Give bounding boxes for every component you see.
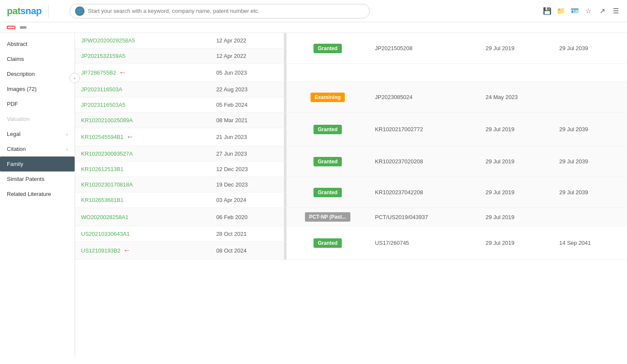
logo-green: pat <box>7 6 21 16</box>
patent-link[interactable]: US20210330643A1 <box>81 231 204 237</box>
ref-number-cell: PCT/US2019/043937 <box>369 208 479 226</box>
patent-link[interactable]: JP2023116503A <box>81 86 204 93</box>
status-cell: Examining <box>286 82 369 113</box>
chevron-right-icon: › <box>66 132 68 137</box>
globe-icon[interactable]: 🌐 <box>75 6 84 16</box>
sidebar-item-pdf[interactable]: PDF <box>0 96 75 111</box>
sidebar-label-similar-patents: Similar Patents <box>7 176 44 182</box>
status-badge: Examining <box>310 93 345 102</box>
publication-date: 27 Jun 2023 <box>210 146 284 162</box>
status-cell: Granted <box>286 226 369 260</box>
sidebar-label-claims: Claims <box>7 56 24 62</box>
ref-number-cell: KR1020217002772 <box>369 113 479 146</box>
sidebar-label-pdf: PDF <box>7 101 18 107</box>
sidebar-item-citation[interactable]: Citation › <box>0 141 75 156</box>
patent-id[interactable] <box>7 26 15 29</box>
sidebar-item-abstract[interactable]: Abstract <box>0 36 75 51</box>
patent-bar <box>0 22 627 33</box>
patent-link[interactable]: US12109193B2 ← <box>81 246 204 255</box>
search-input[interactable] <box>88 8 364 14</box>
header: patsnap 🌐 💾 📁 🪪 ☆ ↗ ☰ <box>0 0 627 22</box>
sidebar-item-family[interactable]: Family <box>0 156 75 171</box>
search-bar: 🌐 <box>69 4 370 18</box>
sidebar-item-legal[interactable]: Legal › <box>0 126 75 141</box>
patent-link[interactable]: KR102612513B1 <box>81 166 204 172</box>
publication-date: 21 Jun 2023 <box>210 128 284 146</box>
status-badge: Granted <box>314 188 342 197</box>
priority-date-cell: 29 Jul 2019 <box>479 113 553 146</box>
arrow-icon: ← <box>123 246 131 255</box>
folder-icon[interactable]: 📁 <box>557 7 565 15</box>
status-cell: Granted <box>286 146 369 177</box>
menu-icon[interactable]: ☰ <box>612 7 620 15</box>
expiry-date-cell: 29 Jul 2039 <box>553 33 627 64</box>
ref-number-cell: US17/260745 <box>369 226 479 260</box>
patent-link[interactable]: KR102653681B1 <box>81 197 204 203</box>
patent-link[interactable]: WO2020028258A1 <box>81 214 204 220</box>
patent-link[interactable]: KR102545594B1 ← <box>81 132 204 141</box>
sidebar-item-valuation[interactable]: Valuation <box>0 111 75 126</box>
publication-date: 12 Dec 2023 <box>210 162 284 177</box>
status-cell: Granted <box>286 113 369 146</box>
publication-date: 08 Mar 2021 <box>210 113 284 128</box>
priority-date-cell: 29 Jul 2019 <box>479 33 553 64</box>
ref-number-cell: KR1020237020208 <box>369 146 479 177</box>
header-divider <box>48 5 49 18</box>
patent-link[interactable]: JP2021532159A5 <box>81 53 204 59</box>
priority-date-cell: 29 Jul 2019 <box>479 226 553 260</box>
ref-number-cell: KR1020237042208 <box>369 177 479 208</box>
ref-number-cell: JP2021505208 <box>369 33 479 64</box>
expiry-date-cell: 29 Jul 2039 <box>553 177 627 208</box>
sidebar-label-description: Description <box>7 71 35 77</box>
publication-date: 08 Oct 2024 <box>210 242 284 260</box>
status-badge: Granted <box>314 157 342 166</box>
sidebar-label-valuation: Valuation <box>7 116 30 122</box>
sidebar-item-description[interactable]: Description <box>0 66 75 81</box>
sidebar-item-related-literature[interactable]: Related Literature <box>0 187 75 202</box>
expiry-date-cell: 29 Jul 2039 <box>553 146 627 177</box>
publication-date: 22 Aug 2023 <box>210 82 284 97</box>
patent-link[interactable]: KR1020210025089A <box>81 117 204 123</box>
sidebar-label-images: Images (72) <box>7 86 36 92</box>
ref-number-cell <box>369 64 479 82</box>
arrow-icon: ← <box>119 68 127 77</box>
sidebar-item-claims[interactable]: Claims <box>0 51 75 66</box>
expiry-date-cell <box>553 64 627 82</box>
status-badge: Granted <box>314 44 342 53</box>
patent-link[interactable]: KR1020230093527A <box>81 150 204 157</box>
card-icon[interactable]: 🪪 <box>570 7 579 15</box>
arrow-icon: ← <box>126 132 134 141</box>
priority-date-cell <box>479 64 553 82</box>
share-icon[interactable]: ↗ <box>598 7 606 15</box>
status-cell: Granted <box>286 177 369 208</box>
status-badge: PCT-NP (Past... <box>305 212 350 222</box>
expiry-date-cell: 14 Sep 2041 <box>553 226 627 260</box>
sidebar-collapse-button[interactable]: ‹ <box>69 73 80 83</box>
sidebar-item-similar-patents[interactable]: Similar Patents <box>0 171 75 187</box>
patent-link[interactable]: JP7286755B2 ← <box>81 68 204 77</box>
patent-link[interactable]: JP2023116503A5 <box>81 102 204 108</box>
publication-date: 19 Dec 2023 <box>210 177 284 193</box>
save-icon[interactable]: 💾 <box>543 7 552 15</box>
patent-tab[interactable] <box>56 9 63 13</box>
patent-link[interactable]: JPWO2020028258A5 <box>81 37 204 44</box>
star-icon[interactable]: ☆ <box>584 7 593 15</box>
logo-blue: snap <box>21 6 42 16</box>
expiry-date-cell <box>553 208 627 226</box>
chevron-right-icon-citation: › <box>66 147 68 152</box>
patent-link[interactable]: KR1020230170818A <box>81 181 204 188</box>
publication-date: 05 Feb 2024 <box>210 97 284 113</box>
publication-date: 03 Apr 2024 <box>210 193 284 208</box>
sidebar-item-images[interactable]: Images (72) <box>0 81 75 96</box>
sidebar-label-family: Family <box>7 161 23 167</box>
status-badge: Granted <box>314 238 342 248</box>
logo[interactable]: patsnap <box>7 6 42 17</box>
content-area[interactable]: JPWO2020028258A512 Apr 2022GrantedJP2021… <box>75 33 627 358</box>
sidebar-label-related-literature: Related Literature <box>7 191 51 197</box>
ref-number-cell: JP2023085024 <box>369 82 479 113</box>
publication-date: 06 Feb 2020 <box>210 208 284 226</box>
sidebar-label-citation: Citation <box>7 146 26 152</box>
main-layout: Abstract Claims Description Images (72) … <box>0 33 627 358</box>
sidebar: Abstract Claims Description Images (72) … <box>0 33 75 358</box>
status-cell: PCT-NP (Past... <box>286 208 369 226</box>
